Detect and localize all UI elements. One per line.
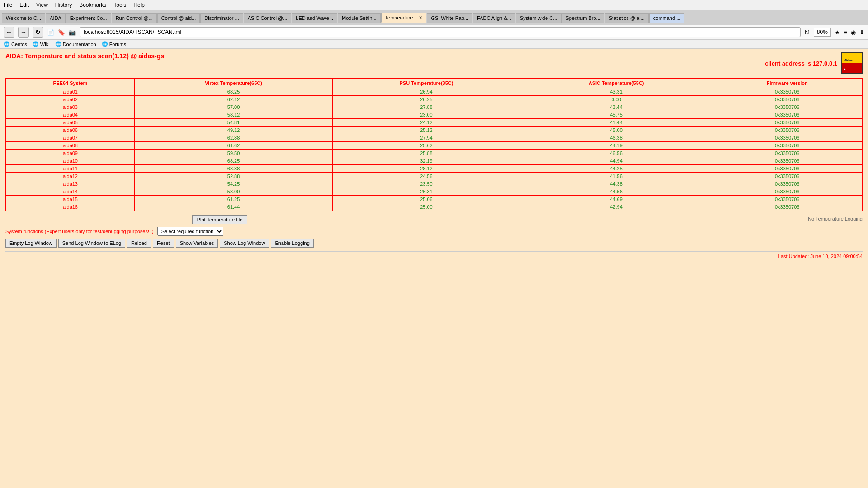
tab-command[interactable]: command ... — [649, 13, 685, 23]
temperature-table: FEE64 System Virtex Temperature(65C) PSU… — [5, 78, 863, 211]
tab-systemwide[interactable]: System wide C... — [516, 13, 561, 23]
bookmark-documentation[interactable]: 🌐 Documentation — [55, 41, 96, 47]
menu-edit[interactable]: Edit — [19, 2, 29, 8]
data-cell: 26.31 — [333, 188, 520, 196]
data-cell: 27.94 — [333, 134, 520, 142]
data-cell: 44.56 — [520, 188, 712, 196]
plot-temperature-button[interactable]: Plot Temperature file — [192, 215, 248, 224]
tab-temperature[interactable]: Temperature...✕ — [381, 13, 427, 23]
show-log-button[interactable]: Show Log Window — [220, 239, 269, 248]
menu-help[interactable]: Help — [133, 2, 145, 8]
empty-log-button[interactable]: Empty Log Window — [5, 239, 57, 248]
show-variables-button[interactable]: Show Variables — [176, 239, 218, 248]
table-row: aida1068.2532.1944.940x3350706 — [6, 157, 862, 165]
tab-control[interactable]: Control @ aid... — [157, 13, 200, 23]
reload-button[interactable]: Reload — [127, 239, 151, 248]
data-cell: 0x3350706 — [712, 165, 862, 173]
data-cell: 0x3350706 — [712, 134, 862, 142]
midas-logo: Midas ▲ — [841, 52, 863, 74]
send-log-button[interactable]: Send Log Window to ELog — [58, 239, 125, 248]
shield-icon: ◉ — [851, 29, 856, 36]
data-cell: 0x3350706 — [712, 88, 862, 96]
tab-welcome[interactable]: Welcome to C... — [2, 13, 45, 23]
data-cell: 46.56 — [520, 150, 712, 157]
tab-discriminator[interactable]: Discriminator ... — [200, 13, 243, 23]
tab-runcontrol[interactable]: Run Control @... — [112, 13, 157, 23]
tab-asic[interactable]: ASIC Control @... — [244, 13, 292, 23]
back-button[interactable]: ← — [4, 27, 14, 38]
forward-button[interactable]: → — [18, 27, 29, 38]
data-cell: 0x3350706 — [712, 103, 862, 111]
bookmark-centos[interactable]: 🌐 Centos — [4, 41, 27, 47]
data-cell: 62.88 — [134, 134, 332, 142]
screenshot-icon[interactable]: 📷 — [69, 29, 76, 36]
data-cell: 0x3350706 — [712, 119, 862, 127]
client-address: client address is 127.0.0.1 — [765, 60, 837, 67]
system-name-cell: aida16 — [6, 203, 134, 211]
col-header-system: FEE64 System — [6, 78, 134, 88]
data-cell: 23.00 — [333, 111, 520, 119]
table-row: aida0959.5025.8846.560x3350706 — [6, 150, 862, 157]
data-cell: 68.88 — [134, 165, 332, 173]
data-cell: 45.75 — [520, 111, 712, 119]
system-name-cell: aida01 — [6, 88, 134, 96]
tab-fadc[interactable]: FADC Align &... — [473, 13, 515, 23]
table-row: aida1561.2525.0644.690x3350706 — [6, 196, 862, 203]
svg-text:Midas: Midas — [844, 58, 853, 62]
menu-bookmarks[interactable]: Bookmarks — [79, 2, 106, 8]
tab-module[interactable]: Module Settin... — [338, 13, 380, 23]
bookmark-forums[interactable]: 🌐 Forums — [102, 41, 126, 47]
more-icon[interactable]: ≡ — [844, 28, 847, 36]
col-header-firmware: Firmware version — [712, 78, 862, 88]
data-cell: 44.38 — [520, 180, 712, 188]
tab-statistics[interactable]: Statistics @ ai... — [605, 13, 649, 23]
data-cell: 44.19 — [520, 142, 712, 150]
system-name-cell: aida13 — [6, 180, 134, 188]
data-cell: 0x3350706 — [712, 96, 862, 103]
last-updated: Last Updated: June 10, 2024 09:00:54 — [5, 251, 863, 259]
data-cell: 68.25 — [134, 88, 332, 96]
zoom-level: 80% — [814, 28, 831, 37]
tab-aida[interactable]: AIDA — [46, 13, 66, 23]
data-cell: 58.12 — [134, 111, 332, 119]
tab-spectrum[interactable]: Spectrum Bro... — [561, 13, 604, 23]
menu-file[interactable]: File — [4, 2, 12, 8]
tab-gsi[interactable]: GSI White Rab... — [427, 13, 472, 23]
download-icon[interactable]: ⇓ — [859, 29, 864, 36]
enable-logging-button[interactable]: Enable Logging — [271, 239, 313, 248]
menu-history[interactable]: History — [55, 2, 72, 8]
data-cell: 54.25 — [134, 180, 332, 188]
table-row: aida0861.6225.6244.190x3350706 — [6, 142, 862, 150]
data-cell: 25.62 — [333, 142, 520, 150]
reset-button[interactable]: Reset — [153, 239, 174, 248]
system-name-cell: aida03 — [6, 103, 134, 111]
tab-led[interactable]: LED and Wave... — [292, 13, 337, 23]
favorite-icon[interactable]: ★ — [835, 29, 840, 36]
menu-view[interactable]: View — [36, 2, 48, 8]
reload-button[interactable]: ↻ — [33, 27, 43, 38]
bookmark-page-icon[interactable]: 🔖 — [58, 29, 65, 36]
menu-tools[interactable]: Tools — [113, 2, 126, 8]
system-function-select[interactable]: Select required function — [157, 227, 223, 236]
data-cell: 42.94 — [520, 203, 712, 211]
data-cell: 43.44 — [520, 103, 712, 111]
screenshot2-icon[interactable]: 🖻 — [804, 29, 810, 36]
data-cell: 44.69 — [520, 196, 712, 203]
url-bar[interactable] — [80, 27, 801, 37]
svg-text:▲: ▲ — [844, 67, 846, 70]
data-cell: 26.94 — [333, 88, 520, 96]
data-cell: 58.00 — [134, 188, 332, 196]
data-cell: 0x3350706 — [712, 127, 862, 134]
data-cell: 57.00 — [134, 103, 332, 111]
bookmark-wiki[interactable]: 🌐 Wiki — [33, 41, 50, 47]
data-cell: 54.81 — [134, 119, 332, 127]
tab-experiment[interactable]: Experiment Co... — [66, 13, 111, 23]
tab-bar: Welcome to C... AIDA Experiment Co... Ru… — [0, 10, 868, 25]
page-content: AIDA: Temperature and status scan(1.12) … — [0, 49, 868, 263]
data-cell: 25.88 — [333, 150, 520, 157]
data-cell: 44.94 — [520, 157, 712, 165]
data-cell: 62.12 — [134, 96, 332, 103]
table-row: aida1458.0026.3144.560x3350706 — [6, 188, 862, 196]
data-cell: 0x3350706 — [712, 142, 862, 150]
tab-close-icon[interactable]: ✕ — [419, 15, 422, 20]
